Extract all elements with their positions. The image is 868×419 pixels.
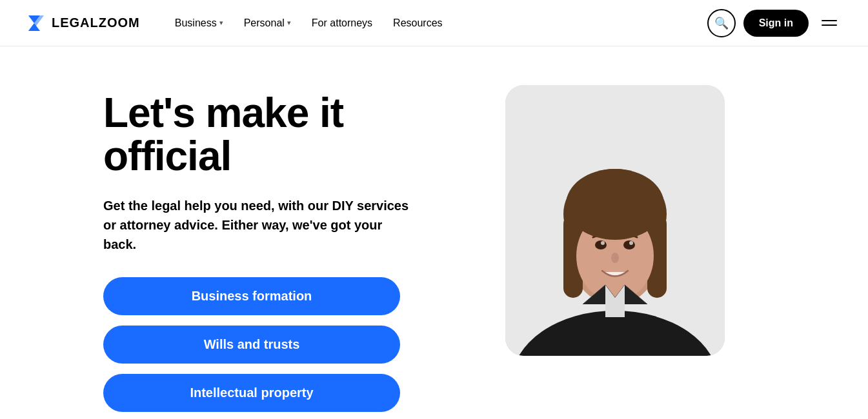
svg-point-12 xyxy=(601,241,605,245)
menu-line-2 xyxy=(822,24,837,26)
nav-actions: 🔍 Sign in xyxy=(707,9,842,37)
cta-business-formation-button[interactable]: Business formation xyxy=(103,277,400,315)
attorney-portrait-illustration xyxy=(505,85,725,356)
svg-point-11 xyxy=(623,240,635,249)
main-content: Let's make it official Get the legal hel… xyxy=(0,46,868,419)
svg-point-10 xyxy=(595,240,607,249)
logo-text: LEGALZOOM xyxy=(52,15,140,30)
search-button[interactable]: 🔍 xyxy=(707,9,736,37)
svg-point-15 xyxy=(566,169,664,240)
legalzoom-logo-icon xyxy=(26,13,46,34)
nav-item-personal[interactable]: Personal ▾ xyxy=(235,12,300,34)
chevron-down-icon: ▾ xyxy=(287,19,291,27)
hero-right xyxy=(465,85,765,356)
site-header: LEGALZOOM Business ▾ Personal ▾ For atto… xyxy=(0,0,868,46)
nav-item-resources[interactable]: Resources xyxy=(384,12,451,34)
menu-line-1 xyxy=(822,20,837,21)
cta-buttons-container: Business formation Wills and trusts Inte… xyxy=(103,277,400,412)
main-nav: Business ▾ Personal ▾ For attorneys Reso… xyxy=(166,12,707,34)
chevron-down-icon: ▾ xyxy=(219,19,223,27)
nav-item-business[interactable]: Business ▾ xyxy=(166,12,232,34)
hero-subtitle: Get the legal help you need, with our DI… xyxy=(103,196,413,254)
cta-wills-trusts-button[interactable]: Wills and trusts xyxy=(103,326,400,364)
cta-intellectual-property-button[interactable]: Intellectual property xyxy=(103,374,400,412)
attorney-figure xyxy=(505,85,725,356)
signin-button[interactable]: Sign in xyxy=(743,10,809,37)
svg-point-14 xyxy=(611,253,619,263)
search-icon: 🔍 xyxy=(714,16,729,30)
hero-title: Let's make it official xyxy=(103,92,465,178)
logo-link[interactable]: LEGALZOOM xyxy=(26,13,140,34)
hero-left: Let's make it official Get the legal hel… xyxy=(103,85,465,412)
attorney-photo-card xyxy=(505,85,725,356)
svg-point-13 xyxy=(629,241,633,245)
hamburger-menu-button[interactable] xyxy=(816,15,842,31)
nav-item-for-attorneys[interactable]: For attorneys xyxy=(303,12,381,34)
